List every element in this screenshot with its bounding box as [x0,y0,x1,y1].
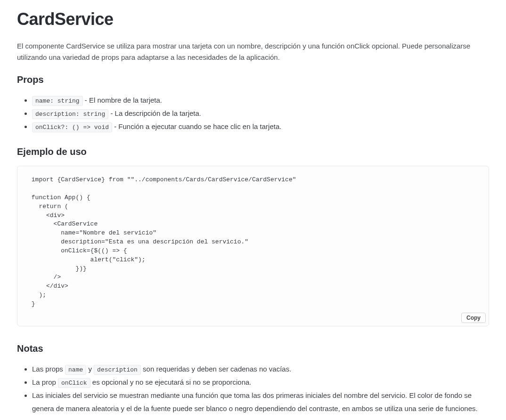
inline-code: onClick [58,378,90,388]
note-text: Las iniciales del servicio se muestran m… [32,391,478,412]
prop-signature: name: string [32,96,83,106]
intro-paragraph: El componente CardService se utiliza par… [17,40,489,63]
note-text: es opcional y no se ejecutará si no se p… [90,378,252,386]
list-item: Las props name y description son requeri… [32,363,489,376]
example-heading: Ejemplo de uso [17,146,489,157]
code-content: import {CardService} from ""../component… [17,166,489,326]
notes-list: Las props name y description son requeri… [17,363,489,415]
note-text: La prop [32,378,58,386]
code-block: import {CardService} from ""../component… [17,166,489,326]
list-item: description: string - La descripción de … [32,107,489,120]
props-list: name: string - El nombre de la tarjeta. … [17,94,489,133]
prop-signature: description: string [32,109,108,119]
list-item: onClick?: () => void - Función a ejecuta… [32,120,489,133]
note-text: y [86,365,94,373]
inline-code: name [65,365,86,375]
list-item: La prop onClick es opcional y no se ejec… [32,376,489,389]
list-item: Las iniciales del servicio se muestran m… [32,389,489,415]
notes-heading: Notas [17,343,489,354]
note-text: son requeridas y deben ser cadenas no va… [141,365,291,373]
page-title: CardService [17,9,489,29]
prop-description: - La descripción de la tarjeta. [108,109,201,117]
note-text: Las props [32,365,65,373]
copy-button[interactable]: Copy [461,313,486,323]
props-heading: Props [17,74,489,85]
inline-code: description [94,365,141,375]
prop-signature: onClick?: () => void [32,122,112,132]
list-item: name: string - El nombre de la tarjeta. [32,94,489,107]
prop-description: - Función a ejecutar cuando se hace clic… [112,122,281,130]
prop-description: - El nombre de la tarjeta. [83,96,162,104]
